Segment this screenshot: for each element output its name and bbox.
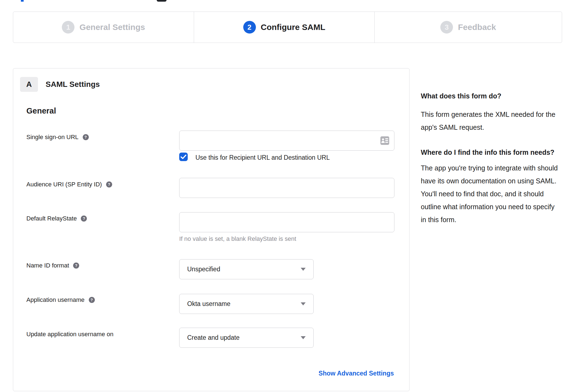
checkmark-icon (181, 154, 186, 159)
general-section-heading: General (26, 106, 56, 115)
step-general-settings[interactable]: 1 General Settings (13, 12, 194, 43)
update-username-select[interactable]: Create and update (179, 328, 314, 348)
sso-url-label: Single sign-on URL (26, 134, 79, 141)
update-username-value: Create and update (187, 334, 240, 341)
step-feedback: 3 Feedback (375, 12, 562, 43)
audience-uri-input[interactable] (179, 178, 394, 198)
panel-title: SAML Settings (46, 80, 100, 89)
help-heading-where: Where do I find the info this form needs… (421, 146, 558, 159)
use-for-recipient-destination-label: Use this for Recipient URL and Destinati… (195, 154, 330, 161)
name-id-format-select[interactable]: Unspecified (179, 259, 314, 279)
chevron-down-icon (301, 302, 306, 305)
step-3-label: Feedback (458, 23, 496, 32)
update-username-label: Update application username on (26, 331, 114, 338)
help-body-where: The app you're trying to integrate with … (421, 162, 558, 226)
update-username-label-row: Update application username on (26, 330, 114, 338)
sso-url-label-row: Single sign-on URL ? (26, 133, 89, 141)
chevron-down-icon (301, 336, 306, 339)
step-1-label: General Settings (79, 23, 145, 32)
name-id-format-value: Unspecified (187, 266, 220, 273)
app-username-select[interactable]: Okta username (179, 294, 314, 314)
help-icon[interactable]: ? (89, 297, 95, 303)
relay-state-input[interactable] (179, 212, 394, 232)
section-a-badge: A (20, 77, 38, 92)
help-body-what: This form generates the XML needed for t… (421, 108, 558, 134)
use-for-recipient-destination-checkbox[interactable] (179, 153, 188, 161)
chevron-down-icon (301, 268, 306, 271)
app-username-label-row: Application username ? (26, 296, 95, 304)
cropped-logo-fragment (21, 0, 24, 2)
help-icon[interactable]: ? (81, 216, 87, 222)
help-sidebar: What does this form do? This form genera… (421, 90, 558, 226)
help-icon[interactable]: ? (106, 181, 112, 187)
sso-url-input-wrap (179, 131, 394, 151)
name-id-format-label: Name ID format (26, 262, 69, 269)
contact-card-icon[interactable] (380, 136, 389, 145)
step-2-label: Configure SAML (261, 23, 325, 32)
help-icon[interactable]: ? (83, 134, 89, 140)
audience-uri-label-row: Audience URI (SP Entity ID) ? (26, 181, 112, 188)
relay-state-label-row: Default RelayState ? (26, 215, 87, 222)
relay-state-hint: If no value is set, a blank RelayState i… (179, 235, 296, 242)
audience-uri-label: Audience URI (SP Entity ID) (26, 181, 102, 188)
step-2-number-badge: 2 (243, 21, 256, 34)
help-icon[interactable]: ? (73, 263, 79, 269)
relay-state-label: Default RelayState (26, 215, 77, 222)
show-advanced-settings-link[interactable]: Show Advanced Settings (319, 370, 394, 377)
step-configure-saml[interactable]: 2 Configure SAML (194, 12, 375, 43)
cropped-app-icon-fragment (157, 0, 167, 2)
wizard-stepper: 1 General Settings 2 Configure SAML 3 Fe… (13, 12, 562, 43)
step-1-number-badge: 1 (62, 21, 74, 34)
saml-settings-panel: A SAML Settings General Single sign-on U… (13, 68, 410, 391)
name-id-format-label-row: Name ID format ? (26, 262, 79, 269)
app-username-value: Okta username (187, 300, 230, 308)
sso-url-input[interactable] (179, 131, 394, 151)
help-heading-what: What does this form do? (421, 90, 558, 103)
app-username-label: Application username (26, 296, 85, 303)
step-3-number-badge: 3 (440, 21, 453, 34)
